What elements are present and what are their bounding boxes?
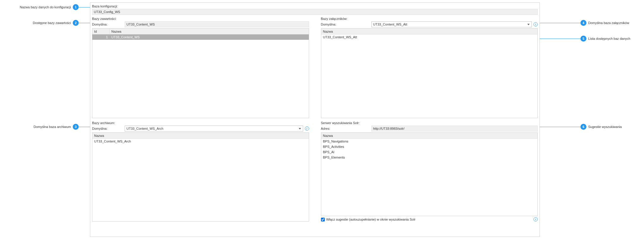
callout-4-bubble: 4 [580, 20, 586, 26]
callout-6-bubble: 6 [580, 124, 586, 130]
attachments-default-dropdown[interactable]: UT33_Content_WS_Att [371, 21, 532, 27]
callout-3-line [79, 127, 90, 127]
content-db-section: Bazy zawartości: Domyślna: UT33_Content_… [92, 16, 309, 118]
callout-6-line [540, 127, 580, 127]
solr-header-name: Nazwa [321, 133, 538, 138]
callout-2-text: Dostępne bazy zawartości [33, 21, 71, 25]
list-item[interactable]: UT33_Content_WS_Arch [92, 139, 309, 144]
archive-db-title: Bazy archiwum: [92, 121, 309, 125]
content-default-label: Domyślna: [92, 23, 125, 26]
config-db-field[interactable]: UT33_Config_WS [92, 9, 538, 15]
callout-1-bubble: 1 [73, 4, 79, 10]
callout-2-bubble: 2 [73, 20, 79, 26]
archive-header-name: Nazwa [92, 133, 309, 138]
callout-5-bubble: 5 [580, 36, 586, 42]
attachments-db-title: Bazy załączników: [321, 17, 538, 20]
solr-listbox[interactable]: Nazwa BPS_NavigationsBPS_ActivitiesBPS_A… [321, 132, 538, 216]
list-item[interactable]: BPS_Elements [321, 155, 538, 160]
info-icon[interactable]: i [305, 126, 309, 131]
list-item[interactable]: 1UT33_Content_WS [92, 34, 309, 40]
callout-5-text: Lista dostępnych baz danych [588, 37, 630, 40]
archive-db-section: Bazy archiwum: Domyślna: UT33_Content_WS… [92, 120, 309, 221]
content-listbox[interactable]: Id Nazwa 1UT33_Content_WS [92, 28, 309, 118]
archive-default-dropdown[interactable]: UT33_Content_WS_Arch [125, 126, 303, 132]
callout-3-bubble: 3 [73, 124, 79, 130]
list-cell-name: UT33_Content_WS_Arch [92, 139, 309, 144]
solr-title: Serwer wyszukiwania Solr: [321, 121, 538, 125]
attachments-db-section: Bazy załączników: Domyślna: UT33_Content… [321, 16, 538, 118]
callout-1-line [79, 7, 90, 7]
list-cell-name: UT33_Content_WS_Att [321, 34, 538, 40]
list-cell-name: BPS_Elements [321, 155, 538, 160]
content-header-name: Nazwa [110, 29, 309, 34]
solr-suggestions-label: Włącz sugestie (autouzupełnianie) w okni… [326, 218, 416, 221]
solr-suggestions-checkbox[interactable] [321, 218, 325, 221]
info-icon[interactable]: i [534, 22, 538, 26]
list-cell-name: BPS_AI [321, 149, 538, 155]
info-icon[interactable]: i [534, 217, 538, 221]
list-item[interactable]: UT33_Content_WS_Att [321, 34, 538, 40]
list-item[interactable]: BPS_AI [321, 149, 538, 155]
callout-2-line [79, 23, 90, 23]
callout-4-line [540, 23, 580, 23]
list-cell-id: 1 [92, 34, 110, 40]
callout-4-text: Domyślna baza załączników [588, 21, 629, 25]
solr-section: Serwer wyszukiwania Solr: Adres: http://… [321, 120, 538, 221]
content-db-title: Bazy zawartości: [92, 17, 309, 20]
callout-3-text: Domyślna baza archiwum [34, 125, 71, 129]
content-default-field[interactable]: UT33_Content_WS [125, 21, 309, 27]
list-item[interactable]: BPS_Activities [321, 144, 538, 149]
archive-listbox[interactable]: Nazwa UT33_Content_WS_Arch [92, 132, 309, 221]
callout-5-line [540, 39, 580, 39]
list-cell-name: BPS_Activities [321, 144, 538, 149]
solr-address-field[interactable]: http://UT33:8983/solr/ [371, 126, 538, 132]
attachments-header-name: Nazwa [321, 29, 538, 34]
content-header-id: Id [92, 29, 110, 34]
list-item[interactable]: BPS_Navigations [321, 139, 538, 144]
solr-address-label: Adres: [321, 127, 371, 130]
callout-6-text: Sugestie wyszukiwania [588, 125, 622, 129]
attachments-listbox[interactable]: Nazwa UT33_Content_WS_Att [321, 28, 538, 118]
attachments-default-label: Domyślna: [321, 23, 371, 26]
list-cell-name: BPS_Navigations [321, 139, 538, 144]
config-panel: Baza konfiguracji: UT33_Config_WS Bazy z… [90, 2, 540, 237]
archive-default-label: Domyślna: [92, 127, 125, 130]
list-cell-name: UT33_Content_WS [110, 34, 309, 40]
config-db-label: Baza konfiguracji: [92, 4, 538, 8]
callout-1-text: Nazwa bazy danych do konfiguracji [20, 5, 71, 9]
